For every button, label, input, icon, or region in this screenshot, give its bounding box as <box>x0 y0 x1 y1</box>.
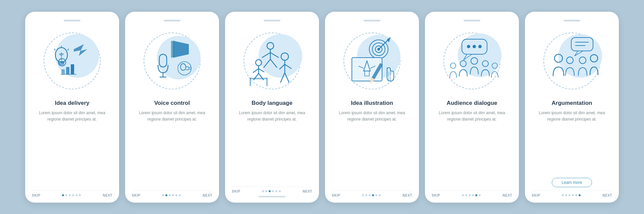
dot-3[interactable] <box>372 194 374 196</box>
skip-label[interactable]: SKIP <box>432 194 440 197</box>
learn-more-button[interactable]: Learn more <box>552 178 592 187</box>
dot-5[interactable] <box>179 194 181 196</box>
svg-line-34 <box>259 69 264 72</box>
dot-2[interactable] <box>569 194 571 196</box>
svg-point-75 <box>590 55 598 62</box>
svg-line-33 <box>253 69 259 73</box>
dot-2[interactable] <box>369 194 371 196</box>
dot-5[interactable] <box>579 194 581 196</box>
svg-line-28 <box>270 53 279 58</box>
dot-3[interactable] <box>172 194 174 196</box>
svg-rect-68 <box>571 38 593 51</box>
next-label[interactable]: NEXT <box>203 194 212 197</box>
voice-control-icon <box>145 34 199 88</box>
dot-3[interactable] <box>72 194 74 196</box>
svg-point-74 <box>579 57 586 64</box>
svg-point-63 <box>471 58 478 64</box>
dot-5[interactable] <box>79 194 81 196</box>
illustration-voice-control <box>139 27 206 94</box>
card-body: Lorem ipsum dolor sit dim amet, mea regi… <box>32 110 112 186</box>
next-label[interactable]: NEXT <box>602 194 612 197</box>
dot-4[interactable] <box>375 194 377 196</box>
illustration-body-language <box>238 27 306 94</box>
next-label[interactable]: NEXT <box>103 194 112 197</box>
svg-line-26 <box>270 59 277 68</box>
dot-1[interactable] <box>65 194 67 196</box>
dot-4[interactable] <box>75 194 77 196</box>
svg-line-5 <box>67 49 69 50</box>
dot-1[interactable] <box>565 194 567 196</box>
dot-5[interactable] <box>379 194 381 196</box>
dot-3[interactable] <box>572 194 574 196</box>
card-footer: SKIP NEXT <box>432 191 512 197</box>
next-label[interactable]: NEXT <box>402 194 412 197</box>
svg-line-25 <box>264 59 270 68</box>
svg-point-72 <box>554 54 562 62</box>
svg-line-42 <box>279 64 285 69</box>
phone-card-idea-illustration: Idea illustration Lorem ipsum dolor sit … <box>325 12 419 203</box>
illustration-argumentation <box>538 27 605 94</box>
card-body: Lorem ipsum dolor sit dim amet, mea regi… <box>532 110 612 173</box>
body-language-icon <box>245 34 299 88</box>
dot-1[interactable] <box>265 190 267 192</box>
dot-1[interactable] <box>165 194 167 196</box>
dot-5[interactable] <box>479 194 481 196</box>
svg-point-61 <box>473 45 476 48</box>
skip-label[interactable]: SKIP <box>532 194 540 197</box>
svg-point-67 <box>492 63 497 68</box>
card-footer: SKIP NEXT <box>232 187 312 193</box>
dot-2[interactable] <box>269 190 271 192</box>
card-title: Idea illustration <box>351 100 393 106</box>
dot-3[interactable] <box>472 194 474 196</box>
dot-1[interactable] <box>365 194 367 196</box>
dot-5[interactable] <box>279 190 281 192</box>
svg-marker-49 <box>387 38 390 43</box>
card-footer: SKIP NEXT <box>332 191 412 197</box>
dot-1[interactable] <box>465 194 467 196</box>
dot-0[interactable] <box>162 194 164 196</box>
card-body: Lorem ipsum dolor sit dim amet, mea regi… <box>232 110 312 182</box>
next-label[interactable]: NEXT <box>303 190 312 193</box>
dot-0[interactable] <box>462 194 464 196</box>
svg-point-73 <box>567 57 573 64</box>
svg-marker-15 <box>174 41 189 58</box>
audience-dialogue-icon <box>445 34 499 88</box>
svg-point-65 <box>450 63 456 68</box>
phone-card-idea-delivery: Idea delivery Lorem ipsum dolor sit dim … <box>25 12 119 203</box>
svg-line-27 <box>262 53 270 58</box>
skip-label[interactable]: SKIP <box>232 190 240 193</box>
card-footer: SKIP NEXT <box>32 191 112 197</box>
phone-card-voice-control: Voice control Lorem ipsum dolor sit dim … <box>125 12 219 203</box>
dot-4[interactable] <box>275 190 277 192</box>
pagination-dots <box>162 194 181 196</box>
dot-4[interactable] <box>475 194 477 196</box>
dot-0[interactable] <box>362 194 364 196</box>
skip-label[interactable]: SKIP <box>332 194 340 197</box>
dot-0[interactable] <box>62 194 64 196</box>
pagination-dots <box>62 194 81 196</box>
svg-point-23 <box>267 43 274 49</box>
dot-2[interactable] <box>69 194 71 196</box>
dot-4[interactable] <box>575 194 577 196</box>
pagination-dots <box>462 194 481 196</box>
dot-3[interactable] <box>272 190 274 192</box>
dot-4[interactable] <box>175 194 177 196</box>
card-title: Body language <box>252 100 292 106</box>
skip-label[interactable]: SKIP <box>32 194 40 197</box>
next-label[interactable]: NEXT <box>502 194 512 197</box>
svg-rect-35 <box>250 78 267 79</box>
illustration-idea-delivery <box>39 27 106 94</box>
svg-rect-13 <box>71 64 74 74</box>
dot-0[interactable] <box>562 194 564 196</box>
skip-label[interactable]: SKIP <box>132 194 140 197</box>
card-body: Lorem ipsum dolor sit dim amet, mea regi… <box>432 110 512 186</box>
dot-0[interactable] <box>262 190 264 192</box>
dot-2[interactable] <box>169 194 171 196</box>
card-footer: SKIP NEXT <box>532 191 612 197</box>
dot-2[interactable] <box>469 194 471 196</box>
card-title: Audience dialogue <box>446 100 497 106</box>
phone-card-argumentation: Argumentation Lorem ipsum dolor sit dim … <box>525 12 619 203</box>
illustration-audience-dialogue <box>438 27 505 94</box>
svg-line-40 <box>280 73 285 83</box>
phone-card-audience-dialogue: Audience dialogue Lorem ipsum dolor sit … <box>425 12 519 203</box>
